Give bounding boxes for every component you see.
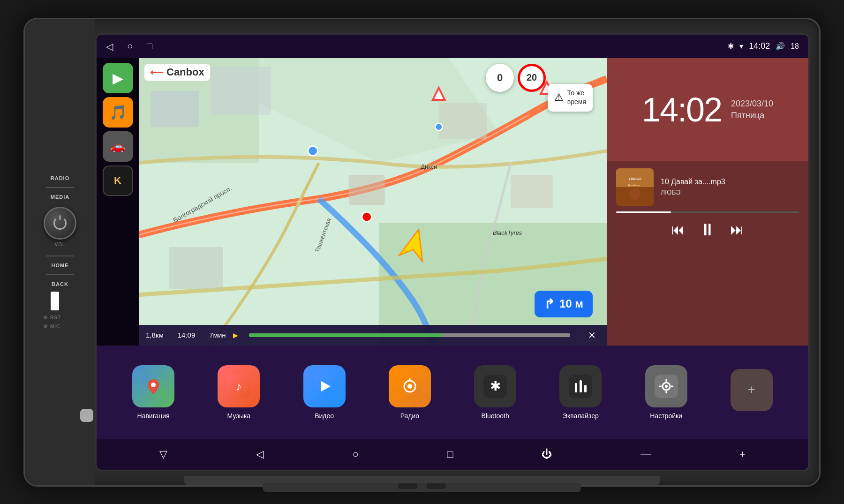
home-label: HOME (52, 263, 69, 268)
close-route-button[interactable]: ✕ (584, 330, 600, 341)
status-bar: ◁ ○ □ ✱ ▾ 14:02 🔊 18 (97, 35, 808, 58)
map-bottom-bar: 1,8км 14:09 7мин ▶ ✕ (139, 325, 607, 346)
svg-point-27 (151, 383, 156, 387)
volume-icon: 🔊 (776, 42, 785, 51)
svg-text:ЛЮБЭ: ЛЮБЭ (629, 177, 641, 181)
recent-button[interactable]: □ (147, 41, 152, 52)
svg-text:BlackTyres: BlackTyres (493, 229, 522, 236)
grid-cell-2 (80, 409, 93, 422)
turn-arrow-icon: ↱ (544, 296, 555, 312)
sidebar-app-car[interactable]: 🚗 (103, 131, 133, 162)
radio-label: Радио (400, 412, 419, 420)
wifi-status-icon: ▾ (739, 42, 743, 51)
divider-2 (46, 256, 74, 256)
video-icon (303, 365, 346, 407)
more-icon: + (731, 369, 773, 411)
canbox-logo: ⟵ Canbox (144, 64, 210, 81)
mic-item: MIC (44, 324, 60, 329)
divider-3 (46, 274, 74, 275)
connector-2 (427, 483, 445, 489)
sidebar-app-carplay[interactable]: ▶ (103, 63, 133, 93)
rst-led (44, 316, 47, 319)
dock-app-video[interactable]: Видео (303, 365, 346, 420)
divider-1 (46, 187, 74, 188)
prev-track-button[interactable]: ⏮ (671, 222, 685, 238)
svg-rect-9 (169, 247, 223, 289)
dock-app-music[interactable]: ♪ Музыка (218, 365, 260, 420)
svg-text:+: + (748, 382, 755, 397)
svg-text:Дикси: Дикси (421, 163, 437, 170)
dock-app-equalizer[interactable]: Эквалайзер (559, 365, 602, 420)
screen-container: ◁ ○ □ ✱ ▾ 14:02 🔊 18 (95, 33, 810, 471)
bottom-connectors (399, 483, 445, 489)
mic-label: MIC (50, 324, 60, 329)
navigation-label: Навигация (137, 412, 170, 420)
home-button[interactable]: ○ (127, 41, 133, 52)
dock-app-settings[interactable]: Настройки (645, 365, 687, 420)
dock-app-navigation[interactable]: Навигация (132, 365, 174, 420)
time-remaining: 7мин (209, 331, 226, 339)
grid-apps-icon[interactable] (51, 292, 69, 310)
svg-point-34 (407, 384, 412, 389)
svg-point-13 (435, 123, 442, 130)
music-label: Музыка (227, 412, 251, 420)
bluetooth-label: Bluetooth (482, 412, 509, 420)
route-progress-fill (249, 333, 570, 337)
eta-time: 14:09 (178, 331, 196, 339)
power-knob[interactable] (44, 207, 76, 240)
app-dock: Навигация (97, 346, 808, 439)
bottom-minus-button[interactable]: — (633, 444, 658, 464)
turn-indicator: ↱ 10 м (535, 291, 593, 317)
rst-mic-area: RST MIC (30, 315, 90, 329)
music-widget: ЛЮБЭ Давай за... 10 Давай за....mp3 ЛЮБЭ (607, 161, 808, 346)
right-panel: 14:02 2023/03/10 Пятница (607, 58, 808, 346)
clock-day: Пятница (731, 111, 773, 120)
back-button[interactable]: ◁ (106, 41, 113, 52)
bottom-plus-button[interactable]: + (732, 444, 753, 464)
clock-date: 2023/03/10 (731, 99, 773, 109)
music-controls: ⏮ ⏸ ⏭ (616, 220, 799, 240)
current-speed: 0 (486, 64, 514, 92)
map-section[interactable]: Волгоградский просп. Ташкентская (139, 58, 607, 346)
next-track-button[interactable]: ⏭ (730, 222, 744, 238)
svg-text:Давай за...: Давай за... (628, 184, 642, 187)
car-stereo-device: RADIO MEDIA VOL HOME BACK RST MIC (23, 18, 821, 487)
top-section: ▶ 🎵 🚗 K (97, 58, 808, 346)
svg-rect-6 (349, 174, 385, 204)
svg-rect-8 (511, 174, 553, 207)
route-progress-bar (249, 333, 570, 337)
bottom-recent-button[interactable]: □ (440, 444, 460, 464)
dock-app-bluetooth[interactable]: ✱ Bluetooth (474, 365, 516, 420)
radio-label: RADIO (51, 175, 69, 181)
back-label: BACK (52, 281, 68, 287)
bottom-back-button[interactable]: ◁ (249, 444, 271, 464)
pause-button[interactable]: ⏸ (699, 220, 716, 240)
track-title: 10 Давай за....mp3 (661, 178, 799, 186)
route-info-bubble: ⚠ То же время (548, 84, 593, 112)
bottom-power-button[interactable]: ⏻ (535, 444, 559, 464)
bottom-down-button[interactable]: ▽ (152, 444, 174, 464)
music-track-area: ЛЮБЭ Давай за... 10 Давай за....mp3 ЛЮБЭ (616, 168, 799, 206)
dock-app-radio[interactable]: Радио (389, 365, 431, 420)
svg-text:♪: ♪ (236, 379, 242, 393)
distance-remaining: 1,8км (146, 331, 164, 339)
bluetooth-icon: ✱ (474, 365, 516, 407)
music-progress-bar[interactable] (616, 211, 799, 213)
rst-item[interactable]: RST (44, 315, 61, 320)
equalizer-icon (559, 365, 602, 407)
dock-app-more[interactable]: + (731, 369, 773, 416)
bottom-nav-bar: ▽ ◁ ○ □ ⏻ — + (97, 439, 808, 470)
left-control-panel: RADIO MEDIA VOL HOME BACK RST MIC (25, 19, 95, 485)
bottom-home-button[interactable]: ○ (346, 444, 366, 464)
svg-rect-39 (575, 383, 577, 392)
svg-text:✱: ✱ (490, 379, 501, 393)
vol-label: VOL (54, 242, 65, 247)
map-background: Волгоградский просп. Ташкентская (139, 58, 607, 346)
sidebar-app-kinoplex[interactable]: K (103, 165, 133, 196)
track-info: 10 Давай за....mp3 ЛЮБЭ (661, 178, 799, 196)
svg-point-12 (308, 146, 317, 155)
sidebar-app-music[interactable]: 🎵 (103, 97, 133, 128)
grid-cell-1 (51, 292, 59, 310)
svg-rect-40 (580, 380, 582, 392)
bluetooth-status-icon: ✱ (728, 42, 734, 51)
